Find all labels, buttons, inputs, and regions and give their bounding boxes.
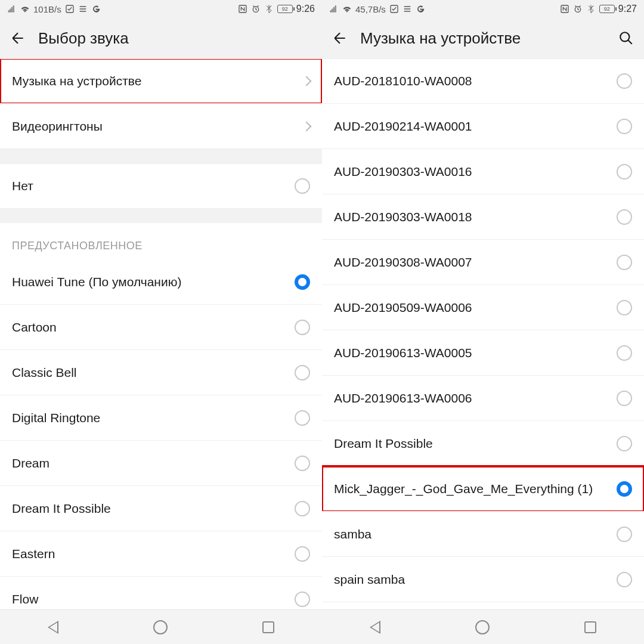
radio-icon[interactable] (617, 119, 632, 134)
ringtone-row[interactable]: Flow (0, 577, 322, 609)
radio-icon[interactable] (295, 410, 310, 426)
radio-icon[interactable] (295, 178, 310, 194)
navbar (0, 609, 322, 644)
nav-row[interactable]: Видеорингтоны (0, 104, 322, 149)
back-button[interactable] (8, 29, 27, 48)
nav-back-icon[interactable] (370, 621, 380, 634)
track-row[interactable]: AUD-20190303-WA0018 (322, 194, 644, 240)
app-icon-1 (65, 4, 75, 14)
ringtone-row[interactable]: Classic Bell (0, 350, 322, 395)
status-left: 101B/s (7, 4, 101, 14)
back-button[interactable] (330, 29, 349, 48)
row-label: AUD-20190613-WA0006 (334, 383, 617, 414)
radio-icon[interactable] (617, 527, 632, 542)
svg-point-6 (620, 32, 629, 41)
row-label: Dream (12, 448, 295, 479)
radio-icon[interactable] (617, 164, 632, 179)
row-label: AUD-20190303-WA0018 (334, 202, 617, 233)
track-row[interactable]: AUD-20190509-WA0006 (322, 285, 644, 330)
radio-icon[interactable] (295, 365, 310, 380)
phone-left: 101B/s 92 9:26 Выбор звука Музыка на уст… (0, 0, 322, 644)
track-row[interactable]: Dream It Possible (322, 421, 644, 466)
nav-recent-icon[interactable] (584, 621, 596, 633)
track-row[interactable]: AUD-20190308-WA0007 (322, 240, 644, 285)
track-row[interactable]: samba (322, 512, 644, 557)
page-title: Выбор звука (38, 29, 314, 48)
header: Музыка на устройстве (322, 18, 644, 58)
radio-icon[interactable] (617, 481, 632, 497)
track-row[interactable]: AUD-20190613-WA0006 (322, 376, 644, 421)
nav-home-icon[interactable] (153, 620, 168, 634)
status-right: 92 9:27 (560, 4, 637, 14)
radio-icon[interactable] (617, 300, 632, 315)
radio-icon[interactable] (295, 320, 310, 335)
google-icon (91, 4, 101, 14)
row-label: Flow (12, 584, 295, 609)
status-bar: 101B/s 92 9:26 (0, 0, 322, 18)
row-label: Dream It Possible (12, 493, 295, 524)
content: Музыка на устройствеВидеорингтоны Нет ПР… (0, 58, 322, 609)
back-arrow-icon (332, 30, 348, 46)
row-label: AUD-20190303-WA0016 (334, 156, 617, 187)
app-icon-2 (78, 4, 88, 14)
clock: 9:26 (296, 4, 315, 14)
ringtone-row[interactable]: Huawei Tune (По умолчанию) (0, 259, 322, 305)
radio-icon[interactable] (617, 436, 632, 451)
ringtone-row[interactable]: Dream It Possible (0, 486, 322, 531)
row-label: AUD-20190613-WA0005 (334, 338, 617, 369)
radio-icon[interactable] (295, 456, 310, 471)
header: Выбор звука (0, 18, 322, 58)
clock: 9:27 (618, 4, 637, 14)
signal-icon (329, 4, 339, 14)
group-gap (0, 149, 322, 163)
track-row[interactable]: AUD-20190613-WA0005 (322, 330, 644, 376)
status-bar: 45,7B/s 92 9:27 (322, 0, 644, 18)
track-row[interactable]: spain samba (322, 557, 644, 602)
radio-icon[interactable] (617, 73, 632, 89)
row-label: Mick_Jagger_-_God_Gave_Me_Everything (1) (334, 473, 617, 504)
ringtone-row[interactable]: Digital Ringtone (0, 395, 322, 441)
status-right: 92 9:26 (238, 4, 315, 14)
signal-icon (7, 4, 17, 14)
nav-back-icon[interactable] (48, 621, 58, 634)
radio-icon[interactable] (617, 209, 632, 225)
nav-row[interactable]: Музыка на устройстве (0, 58, 322, 104)
track-row[interactable]: AUD-20181010-WA0008 (322, 58, 644, 104)
radio-icon[interactable] (295, 501, 310, 516)
chevron-right-icon (302, 122, 312, 132)
row-label: AUD-20190214-WA0001 (334, 111, 617, 142)
search-button[interactable] (617, 29, 636, 48)
row-label: Dream It Possible (334, 428, 617, 459)
track-row[interactable]: AUD-20190214-WA0001 (322, 104, 644, 149)
back-arrow-icon (10, 30, 26, 46)
radio-icon[interactable] (617, 255, 632, 270)
row-label: Digital Ringtone (12, 402, 295, 434)
radio-icon[interactable] (617, 391, 632, 406)
ringtone-row[interactable]: Dream (0, 441, 322, 486)
app-icon-1 (389, 4, 399, 14)
section-label: ПРЕДУСТАНОВЛЕННОЕ (0, 223, 322, 259)
row-label: AUD-20190509-WA0006 (334, 292, 617, 323)
track-row[interactable]: AUD-20190303-WA0016 (322, 149, 644, 194)
radio-icon[interactable] (295, 592, 310, 607)
radio-icon[interactable] (295, 274, 310, 290)
nfc-icon (560, 4, 569, 14)
row-none[interactable]: Нет (0, 163, 322, 209)
radio-icon[interactable] (617, 572, 632, 587)
nav-home-icon[interactable] (475, 620, 490, 634)
nav-recent-icon[interactable] (262, 621, 274, 633)
radio-icon[interactable] (617, 345, 632, 361)
navbar (322, 609, 644, 644)
row-label: Eastern (12, 538, 295, 569)
alarm-icon (251, 4, 261, 14)
row-label: Huawei Tune (По умолчанию) (12, 267, 295, 298)
ringtone-row[interactable]: Eastern (0, 531, 322, 577)
search-icon (618, 30, 634, 46)
chevron-right-icon (302, 76, 312, 86)
battery-icon: 92 (599, 5, 615, 13)
row-label: AUD-20181010-WA0008 (334, 66, 617, 97)
radio-icon[interactable] (295, 546, 310, 562)
track-row[interactable]: Mick_Jagger_-_God_Gave_Me_Everything (1) (322, 466, 644, 512)
row-label: spain samba (334, 564, 617, 595)
ringtone-row[interactable]: Cartoon (0, 305, 322, 350)
